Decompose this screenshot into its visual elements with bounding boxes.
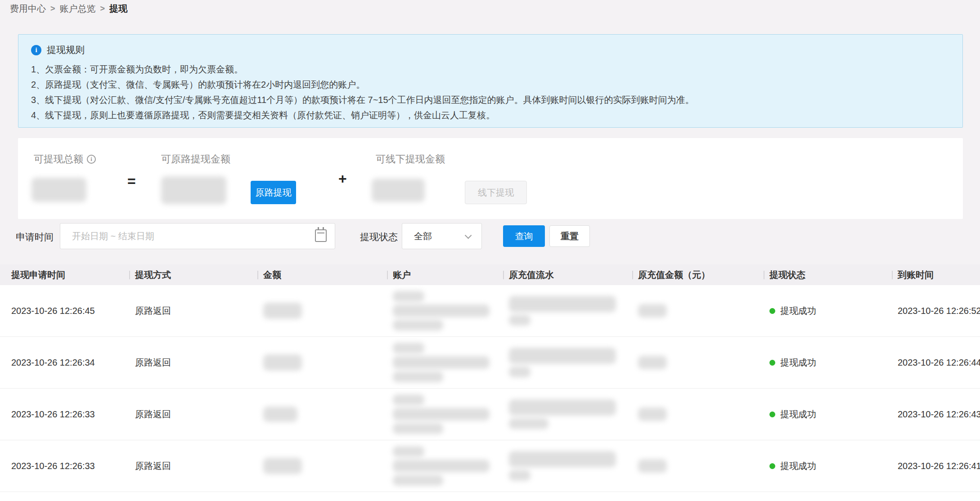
cell-method: 原路返回 <box>129 389 257 440</box>
cell-status: 提现成功 <box>780 460 816 472</box>
notice-title: 提现规则 <box>47 44 85 56</box>
breadcrumb-separator: > <box>50 4 55 13</box>
cell-arrive-time: 2023-10-26 12:26:43 <box>892 389 980 440</box>
cell-method: 原路返回 <box>129 285 257 336</box>
header-account: 账户 <box>387 264 503 285</box>
table-row: 2023-10-26 12:26:33 原路返回 提现成功 2023-10-26… <box>0 440 980 492</box>
cell-status: 提现成功 <box>780 357 816 369</box>
breadcrumb-cost-center[interactable]: 费用中心 <box>10 3 46 15</box>
redacted-amount <box>263 354 302 371</box>
header-method: 提现方式 <box>129 264 257 285</box>
redacted-amount <box>263 458 302 474</box>
cell-apply-time: 2023-10-26 12:26:34 <box>0 337 129 388</box>
header-amount: 金额 <box>257 264 387 285</box>
cell-apply-time: 2023-10-26 12:26:33 <box>0 440 129 492</box>
redacted-account <box>393 446 490 486</box>
notice-rule-1: 1、欠票金额：可开票金额为负数时，即为欠票金额。 <box>31 62 950 77</box>
redacted-recharge-amount <box>638 304 667 318</box>
cell-status: 提现成功 <box>780 305 816 317</box>
apply-time-label: 申请时间 <box>16 231 54 243</box>
redacted-amount <box>263 303 302 319</box>
header-recharge-flow: 原充值流水 <box>503 264 632 285</box>
cell-arrive-time: 2023-10-26 12:26:52 <box>892 285 980 336</box>
breadcrumb: 费用中心 > 账户总览 > 提现 <box>10 3 127 15</box>
status-select-value: 全部 <box>414 230 432 242</box>
info-icon: i <box>31 45 41 55</box>
withdraw-summary-card: 可提现总额 i = 可原路提现金额 原路提现 + 可线下提现金额 线下提现 <box>18 138 963 219</box>
offline-withdrawable-label: 可线下提现金额 <box>376 152 445 166</box>
reset-button[interactable]: 重置 <box>549 225 590 247</box>
header-status: 提现状态 <box>764 264 892 285</box>
redacted-origin-amount <box>161 176 226 204</box>
cell-arrive-time: 2023-10-26 12:26:44 <box>892 337 980 388</box>
redacted-recharge-flow <box>509 348 616 377</box>
notice-rule-4: 4、线下提现，原则上也要遵循原路提现，否则需要提交相关资料（原付款凭证、销户证明… <box>31 107 950 123</box>
withdraw-status-label: 提现状态 <box>360 231 398 243</box>
origin-withdrawable-label: 可原路提现金额 <box>161 152 230 166</box>
cell-apply-time: 2023-10-26 12:26:33 <box>0 389 129 440</box>
filter-bar: 申请时间 提现状态 全部 查询 重置 <box>0 219 980 264</box>
success-dot-icon <box>769 360 775 366</box>
table-row-partial <box>0 492 980 501</box>
redacted-account <box>393 394 490 434</box>
table-row: 2023-10-26 12:26:34 原路返回 提现成功 2023-10-26… <box>0 337 980 389</box>
cell-apply-time: 2023-10-26 12:26:45 <box>0 285 129 336</box>
redacted-offline-amount <box>372 179 425 202</box>
redacted-recharge-flow <box>509 451 616 481</box>
breadcrumb-separator: > <box>100 4 105 13</box>
cell-method: 原路返回 <box>129 440 257 492</box>
origin-withdraw-button[interactable]: 原路提现 <box>251 181 296 204</box>
redacted-total-amount <box>31 178 86 202</box>
success-dot-icon <box>769 308 775 314</box>
status-select[interactable]: 全部 <box>402 223 482 249</box>
redacted-amount <box>263 407 297 422</box>
success-dot-icon <box>769 463 775 469</box>
cell-status: 提现成功 <box>780 408 816 420</box>
redacted-recharge-amount <box>638 459 667 473</box>
redacted-account <box>393 291 490 331</box>
success-dot-icon <box>769 412 775 417</box>
date-range-input[interactable] <box>60 223 335 249</box>
table-row: 2023-10-26 12:26:33 原路返回 提现成功 2023-10-26… <box>0 389 980 440</box>
plus-sign: + <box>338 170 347 187</box>
redacted-recharge-flow <box>509 296 616 326</box>
breadcrumb-current-withdraw: 提现 <box>109 3 127 15</box>
cell-method: 原路返回 <box>129 337 257 388</box>
table-header-row: 提现申请时间 提现方式 金额 账户 原充值流水 原充值金额（元） 提现状态 到账… <box>0 264 980 285</box>
total-withdrawable-info-icon[interactable]: i <box>87 155 96 164</box>
redacted-account <box>393 343 490 382</box>
header-apply-time: 提现申请时间 <box>0 264 129 285</box>
withdraw-records-table: 提现申请时间 提现方式 金额 账户 原充值流水 原充值金额（元） 提现状态 到账… <box>0 264 980 501</box>
calendar-icon[interactable] <box>315 229 327 242</box>
table-row: 2023-10-26 12:26:45 原路返回 提现成功 2023-10-26… <box>0 285 980 337</box>
header-arrive-time: 到账时间 <box>892 264 980 285</box>
redacted-recharge-flow <box>509 399 616 429</box>
equals-sign: = <box>127 173 136 190</box>
total-withdrawable-label: 可提现总额 <box>34 152 83 166</box>
breadcrumb-account-overview[interactable]: 账户总览 <box>60 3 96 15</box>
header-recharge-amount: 原充值金额（元） <box>632 264 764 285</box>
notice-rule-3: 3、线下提现（对公汇款、微信/支付宝/专属账号充值超过11个月等）的款项预计将在… <box>31 92 950 107</box>
withdraw-rules-notice: i 提现规则 1、欠票金额：可开票金额为负数时，即为欠票金额。 2、原路提现（支… <box>18 34 963 128</box>
cell-arrive-time: 2023-10-26 12:26:41 <box>892 440 980 492</box>
search-button[interactable]: 查询 <box>503 225 545 247</box>
redacted-recharge-amount <box>638 356 667 369</box>
offline-withdraw-button[interactable]: 线下提现 <box>465 181 527 204</box>
redacted-recharge-amount <box>638 407 667 421</box>
notice-rule-2: 2、原路提现（支付宝、微信、专属账号）的款项预计将在2小时内退回到您的账户。 <box>31 77 950 92</box>
chevron-down-icon <box>465 232 472 239</box>
